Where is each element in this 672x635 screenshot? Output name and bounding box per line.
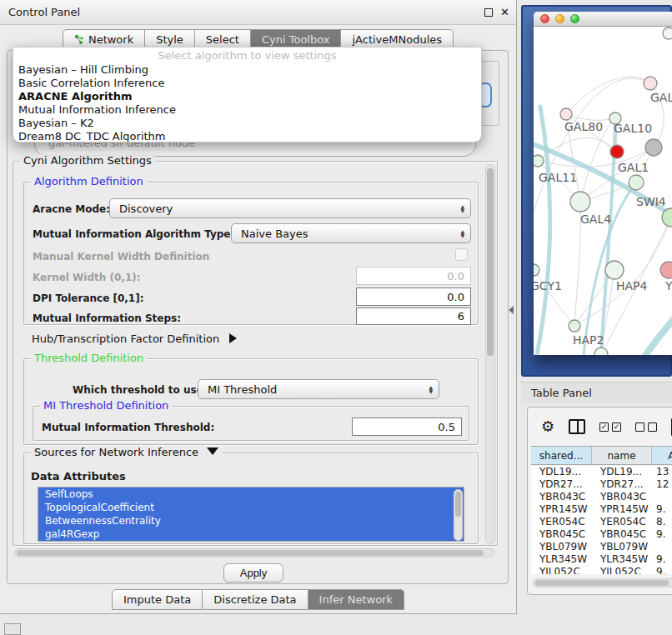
- table-cell: YIL052C: [592, 566, 652, 574]
- algorithm-option[interactable]: Basic Correlation Inference: [13, 77, 481, 90]
- screen: Control Panel ✕ Network Style Select: [0, 0, 672, 635]
- settings-vertical-scrollbar[interactable]: [485, 164, 495, 544]
- network-edge: [574, 270, 614, 326]
- group-title: Threshold Definition: [31, 352, 147, 364]
- deselect-all-checkboxes-icon[interactable]: [635, 422, 657, 432]
- network-node[interactable]: [594, 348, 608, 355]
- table-toolbar: ⚙ ✓✓: [528, 408, 672, 446]
- table-cell: 12: [652, 478, 672, 491]
- table-cell: YDR27...: [592, 478, 652, 491]
- kernel-width-input[interactable]: 0.0: [356, 267, 471, 285]
- table-row[interactable]: YER054CYER054C8.: [531, 516, 672, 528]
- close-traffic-light[interactable]: [540, 14, 549, 23]
- data-attribute-option[interactable]: gal4RGexp: [38, 528, 464, 541]
- table-row[interactable]: YPR145WYPR145W9.: [531, 503, 672, 516]
- network-node-gal80[interactable]: [560, 108, 572, 120]
- network-node[interactable]: [645, 139, 662, 156]
- table-cell: YPR145W: [592, 503, 652, 516]
- node-label: GAL1: [618, 161, 649, 174]
- table-row[interactable]: YIL052CYIL052C9.: [531, 566, 672, 574]
- manual-kernel-width-checkbox[interactable]: [455, 248, 468, 261]
- column-header-a[interactable]: A...: [652, 447, 672, 464]
- algorithm-option[interactable]: Bayesian – Hill Climbing: [13, 63, 481, 77]
- float-window-icon[interactable]: [484, 8, 493, 17]
- panel-divider-grip[interactable]: [509, 306, 514, 314]
- close-icon[interactable]: ✕: [500, 6, 509, 18]
- tab-label: Select: [206, 33, 239, 46]
- data-attribute-option[interactable]: TopologicalCoefficient: [38, 501, 464, 514]
- mi-steps-input[interactable]: 6: [356, 308, 471, 325]
- network-node[interactable]: [610, 145, 624, 158]
- network-node-gal11[interactable]: [534, 155, 544, 167]
- table-cell: 9.: [652, 503, 672, 516]
- mi-algorithm-type-combo[interactable]: Naive Bayes ▲▼: [231, 223, 471, 243]
- column-header-shared[interactable]: shared...: [531, 447, 592, 464]
- attributes-scrollbar[interactable]: [454, 489, 463, 541]
- hub-definition-toggle[interactable]: Hub/Transcription Factor Definition: [32, 332, 237, 345]
- tab-impute-data[interactable]: Impute Data: [112, 589, 203, 610]
- algorithm-option[interactable]: Dream8 DC_TDC Algorithm: [13, 130, 481, 142]
- network-node-gal1[interactable]: [629, 175, 644, 190]
- dock-panel-icon[interactable]: [4, 623, 21, 635]
- table-row[interactable]: YDR27...YDR27...12: [531, 478, 672, 491]
- table-cell: YDR27...: [531, 478, 592, 491]
- network-node-gal7[interactable]: [644, 77, 657, 90]
- network-node[interactable]: [663, 28, 672, 39]
- algorithm-option[interactable]: Mutual Information Inference: [13, 103, 481, 117]
- gear-icon[interactable]: ⚙: [541, 419, 554, 434]
- scrollbar-thumb[interactable]: [17, 550, 484, 556]
- data-attribute-option[interactable]: SelfLoops: [38, 488, 464, 501]
- network-node-hap4[interactable]: [605, 261, 624, 279]
- data-attribute-option[interactable]: BetweennessCentrality: [38, 514, 464, 528]
- combo-value: MI Threshold: [208, 383, 277, 396]
- minimize-traffic-light[interactable]: [555, 14, 564, 23]
- network-canvas[interactable]: GAL7GAL80GAL10GAL1GAL11SWI4GAL4GCY1HAP4Y…: [534, 27, 672, 355]
- settings-horizontal-scrollbar[interactable]: [14, 548, 494, 558]
- control-panel-window: Control Panel ✕ Network Style Select: [0, 0, 517, 614]
- node-label: GCY1: [534, 279, 562, 292]
- aracne-mode-combo[interactable]: Discovery ▲▼: [109, 198, 471, 218]
- tab-infer-network[interactable]: Infer Network: [308, 589, 404, 610]
- network-node-gal4[interactable]: [570, 192, 590, 212]
- which-threshold-combo[interactable]: MI Threshold ▲▼: [198, 379, 439, 399]
- table-body: YDL19...YDL19...13YDR27...YDR27...12YBR0…: [531, 466, 672, 574]
- table-row[interactable]: YLR345WYLR345W9.: [531, 553, 672, 566]
- expand-arrow-icon[interactable]: [229, 333, 237, 343]
- table-cell: 9.: [652, 566, 672, 574]
- combo-value: Discovery: [119, 202, 173, 215]
- table-cell: YBL079W: [592, 541, 652, 553]
- data-attributes-list[interactable]: SelfLoopsTopologicalCoefficientBetweenne…: [38, 487, 464, 542]
- dpi-tolerance-input[interactable]: 0.0: [356, 288, 471, 306]
- apply-button[interactable]: Apply: [223, 563, 283, 582]
- dropdown-hint: Select algorithm to view settings: [13, 49, 481, 63]
- table-row[interactable]: YBR043CYBR043C: [531, 491, 672, 503]
- scrollbar-thumb[interactable]: [487, 168, 494, 356]
- tab-discretize-data[interactable]: Discretize Data: [203, 589, 308, 610]
- network-window-titlebar[interactable]: [534, 12, 672, 27]
- combo-arrows-icon: ▲▼: [429, 385, 433, 393]
- scrollbar-thumb[interactable]: [535, 580, 669, 586]
- scrollbar-thumb[interactable]: [455, 492, 461, 517]
- node-label: GAL10: [614, 122, 652, 135]
- network-node-y[interactable]: [660, 262, 672, 278]
- group-title: Cyni Algorithm Settings: [20, 154, 155, 167]
- table-horizontal-scrollbar[interactable]: [533, 578, 672, 588]
- columns-icon[interactable]: [569, 419, 585, 434]
- table-cell: [652, 541, 672, 553]
- column-header-name[interactable]: name: [592, 447, 652, 464]
- table-cell: YLR345W: [592, 553, 652, 566]
- algorithm-option[interactable]: Bayesian – K2: [13, 117, 481, 130]
- table-row[interactable]: YBL079WYBL079W: [531, 541, 672, 553]
- table-row[interactable]: YBR045CYBR045C9.: [531, 528, 672, 541]
- algorithm-option[interactable]: ARACNE Algorithm: [13, 90, 481, 103]
- collapse-arrow-icon[interactable]: [207, 448, 218, 455]
- table-panel: ⚙ ✓✓ shared... name A... YDL19...YDL19..…: [527, 407, 672, 595]
- threshold-definition-group: Threshold Definition Which threshold to …: [23, 358, 479, 445]
- zoom-traffic-light[interactable]: [570, 14, 579, 23]
- mi-threshold-input[interactable]: 0.5: [352, 418, 462, 436]
- network-node-hap2[interactable]: [569, 320, 580, 332]
- network-node-gcy1[interactable]: [534, 264, 539, 276]
- node-label: HAP2: [573, 333, 604, 347]
- table-row[interactable]: YDL19...YDL19...13: [531, 466, 672, 478]
- select-all-checkboxes-icon[interactable]: ✓✓: [599, 422, 621, 432]
